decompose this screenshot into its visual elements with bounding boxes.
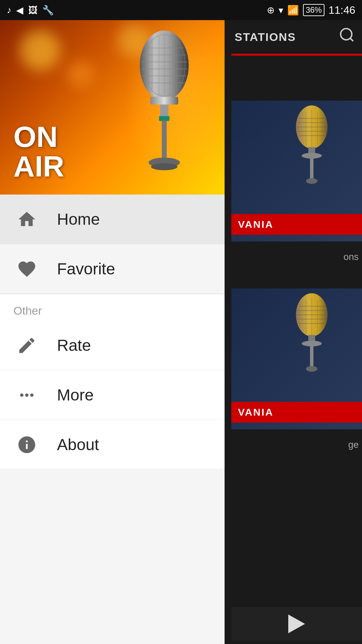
drawer: ON AIR Home Favorite Other (0, 20, 225, 644)
search-icon[interactable] (339, 26, 355, 47)
menu-list: Home Favorite Other Rate (0, 195, 225, 644)
info-icon (13, 431, 40, 458)
menu-label-more: More (57, 386, 94, 404)
menu-item-rate[interactable]: Rate (0, 321, 225, 370)
heart-icon (13, 256, 40, 282)
section-header-other: Other (0, 294, 225, 321)
back-arrow-icon: ◀ (16, 5, 23, 16)
menu-label-home: Home (57, 210, 100, 228)
clock: 11:46 (328, 4, 355, 16)
hero-banner: ON AIR (0, 20, 225, 195)
menu-item-favorite[interactable]: Favorite (0, 244, 225, 294)
menu-item-more[interactable]: More (0, 370, 225, 420)
svg-rect-26 (310, 346, 313, 369)
menu-label-about: About (57, 435, 99, 454)
status-icons-left: ♪ ◀ 🖼 🔧 (7, 5, 54, 16)
station-name-label: VANIA (231, 214, 362, 235)
svg-point-46 (151, 163, 177, 170)
signal-icon: 📶 (287, 5, 299, 16)
circle-plus-icon: ⊕ (267, 5, 275, 16)
partial-text-1: ons (344, 252, 359, 262)
microphone-image (268, 104, 355, 205)
tool-icon: 🔧 (42, 5, 54, 16)
svg-point-25 (302, 341, 322, 346)
bokeh-decoration (20, 30, 60, 70)
right-panel-header: STATIONS (221, 20, 362, 54)
menu-label-rate: Rate (57, 336, 91, 355)
svg-point-12 (302, 153, 322, 159)
menu-label-favorite: Favorite (57, 260, 115, 278)
svg-point-0 (341, 29, 352, 40)
image-icon: 🖼 (28, 5, 38, 16)
svg-line-1 (350, 38, 353, 41)
svg-rect-41 (150, 97, 178, 105)
svg-rect-44 (162, 121, 167, 163)
edit-icon (13, 332, 40, 359)
play-button[interactable] (231, 607, 362, 641)
home-icon (13, 206, 40, 233)
status-bar: ♪ ◀ 🖼 🔧 ⊕ ▾ 📶 36% 11:46 (0, 0, 362, 20)
svg-rect-43 (159, 116, 169, 121)
partial-text-2: ge (348, 439, 359, 450)
hero-microphone-image (117, 23, 211, 191)
wifi-icon: ▾ (279, 5, 283, 16)
svg-point-27 (306, 366, 317, 372)
station-card[interactable]: VANIA (231, 101, 362, 241)
microphone-image (268, 292, 355, 392)
play-triangle-icon (288, 614, 305, 633)
menu-item-home[interactable]: Home (0, 195, 225, 244)
more-icon (13, 382, 40, 409)
station-card[interactable]: VANIA (231, 288, 362, 429)
battery-indicator: 36% (303, 4, 324, 16)
svg-point-14 (306, 178, 317, 184)
music-note-icon: ♪ (7, 5, 11, 15)
stations-label: STATIONS (235, 31, 296, 44)
status-icons-right: ⊕ ▾ 📶 36% 11:46 (267, 4, 355, 16)
menu-item-about[interactable]: About (0, 420, 225, 470)
svg-rect-13 (310, 158, 313, 181)
station-name-label-2: VANIA (231, 402, 362, 423)
on-air-text: ON AIR (13, 122, 64, 181)
bokeh-decoration (67, 60, 94, 87)
right-panel: STATIONS (221, 0, 362, 644)
